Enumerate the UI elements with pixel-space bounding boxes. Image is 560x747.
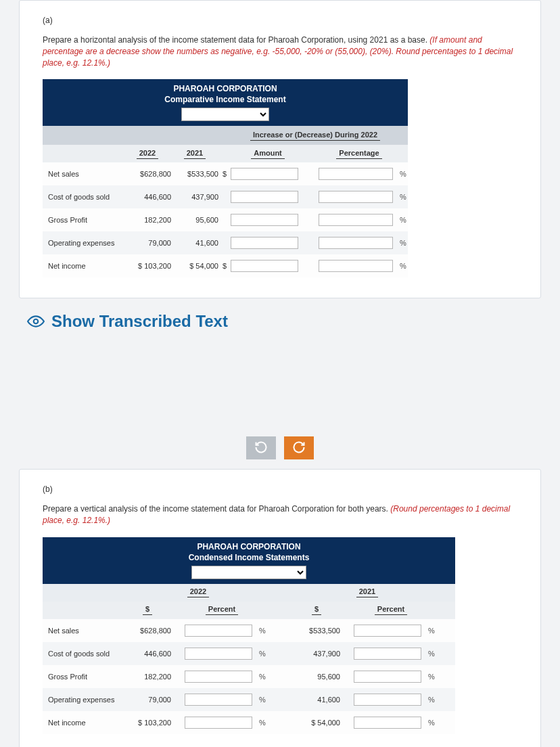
percent-input[interactable]	[319, 168, 393, 180]
percent-input[interactable]	[319, 214, 393, 226]
table-b-title1: PHAROAH CORPORATION	[197, 542, 300, 551]
refresh-ccw-button[interactable]	[246, 436, 276, 459]
percent-input-2021[interactable]	[354, 671, 421, 683]
row-v22: 182,200	[124, 673, 171, 681]
row-v21: $ 54,000	[171, 262, 218, 270]
row-v22: 446,600	[124, 650, 171, 658]
percent-input-2022[interactable]	[185, 671, 252, 683]
table-a-title1: PHAROAH CORPORATION	[173, 84, 277, 93]
row-v21: $ 54,000	[293, 719, 340, 727]
row-v21: 95,600	[171, 216, 218, 224]
row-v21: $533,500	[171, 170, 218, 178]
part-b-prompt: Prepare a vertical analysis of the incom…	[43, 503, 517, 526]
amount-input[interactable]	[231, 191, 298, 203]
percent-input-2021[interactable]	[354, 625, 421, 637]
merge-header: Increase or (Decrease) During 2022	[250, 131, 380, 141]
eye-icon	[27, 313, 45, 330]
table-b-header-row-1: 2022 2021	[43, 584, 455, 602]
year-select-b[interactable]	[191, 566, 306, 579]
row-label: Net sales	[43, 170, 124, 178]
percent-sign: %	[400, 170, 412, 178]
row-label: Gross Profit	[43, 216, 124, 224]
percent-sign: %	[428, 719, 442, 727]
row-label: Operating expenses	[43, 696, 124, 704]
show-transcribed-label: Show Transcribed Text	[51, 312, 228, 331]
percent-input-2022[interactable]	[185, 717, 252, 729]
percent-sign: %	[400, 193, 412, 201]
col-dollar-2022: $	[143, 605, 152, 615]
col-percent-a: Percentage	[336, 149, 381, 159]
table-row: Net income $ 103,200 $ 54,000 $ %	[43, 254, 408, 277]
table-a: PHAROAH CORPORATION Comparative Income S…	[43, 79, 408, 277]
amount-input[interactable]	[231, 168, 298, 180]
percent-input[interactable]	[319, 237, 393, 249]
row-v21: 437,900	[293, 650, 340, 658]
part-b-prompt-text: Prepare a vertical analysis of the incom…	[43, 504, 390, 514]
table-row: Gross Profit 182,200 % 95,600 %	[43, 665, 455, 688]
table-b-header-row-2: $ Percent $ Percent	[43, 602, 455, 619]
table-b-header: PHAROAH CORPORATION Condensed Income Sta…	[43, 537, 455, 584]
amount-input[interactable]	[231, 214, 298, 226]
refresh-cw-button[interactable]	[284, 436, 314, 459]
refresh-bar	[0, 423, 560, 469]
percent-input-2022[interactable]	[185, 625, 252, 637]
row-v21: 437,900	[171, 193, 218, 201]
table-b: PHAROAH CORPORATION Condensed Income Sta…	[43, 537, 455, 734]
percent-input[interactable]	[319, 191, 393, 203]
percent-sign: %	[259, 627, 273, 635]
percent-sign: %	[428, 650, 442, 658]
col-amount: Amount	[251, 149, 285, 159]
row-v21: 95,600	[293, 673, 340, 681]
col-2022-a: 2022	[137, 149, 158, 159]
table-row: Net sales $628,800 $533,500 $ %	[43, 162, 408, 185]
percent-input-2021[interactable]	[354, 694, 421, 706]
show-transcribed-text-button[interactable]: Show Transcribed Text	[0, 298, 560, 335]
dollar-sign: $	[218, 170, 231, 178]
row-v22: 79,000	[124, 239, 171, 247]
percent-sign: %	[428, 696, 442, 704]
part-a-prompt: Prepare a horizontal analysis of the inc…	[43, 35, 517, 68]
percent-sign: %	[259, 719, 273, 727]
row-label: Cost of goods sold	[43, 650, 124, 658]
percent-sign: %	[400, 239, 412, 247]
table-a-header-row-1: Increase or (Decrease) During 2022	[43, 126, 408, 145]
row-v21: $533,500	[293, 627, 340, 635]
svg-point-0	[34, 319, 39, 324]
year-select-a[interactable]	[181, 108, 269, 121]
table-a-title2: Comparative Income Statement	[43, 95, 408, 104]
row-label: Cost of goods sold	[43, 193, 124, 201]
row-v22: $628,800	[124, 627, 171, 635]
row-label: Net sales	[43, 627, 124, 635]
col-dollar-2021: $	[312, 605, 321, 615]
percent-sign: %	[259, 696, 273, 704]
row-label: Gross Profit	[43, 673, 124, 681]
col-percent-2021: Percent	[375, 605, 407, 615]
table-b-title2: Condensed Income Statements	[43, 553, 455, 562]
row-v22: 446,600	[124, 193, 171, 201]
amount-input[interactable]	[231, 260, 298, 272]
percent-input-2021[interactable]	[354, 717, 421, 729]
row-v22: $628,800	[124, 170, 171, 178]
table-row: Gross Profit 182,200 95,600 %	[43, 208, 408, 231]
part-a-prompt-text: Prepare a horizontal analysis of the inc…	[43, 35, 429, 45]
percent-sign: %	[428, 627, 442, 635]
refresh-ccw-icon	[254, 440, 268, 456]
table-row: Operating expenses 79,000 % 41,600 %	[43, 688, 455, 711]
table-row: Net sales $628,800 % $533,500 %	[43, 619, 455, 642]
percent-input-2021[interactable]	[354, 648, 421, 660]
percent-input[interactable]	[319, 260, 393, 272]
row-v21: 41,600	[293, 696, 340, 704]
table-row: Cost of goods sold 446,600 % 437,900 %	[43, 642, 455, 665]
amount-input[interactable]	[231, 237, 298, 249]
row-v22: 79,000	[124, 696, 171, 704]
row-v22: $ 103,200	[124, 262, 171, 270]
percent-input-2022[interactable]	[185, 694, 252, 706]
col-2021-b: 2021	[356, 587, 378, 597]
row-v22: $ 103,200	[124, 719, 171, 727]
table-a-header: PHAROAH CORPORATION Comparative Income S…	[43, 79, 408, 126]
percent-sign: %	[259, 673, 273, 681]
table-row: Cost of goods sold 446,600 437,900 %	[43, 185, 408, 208]
row-label: Operating expenses	[43, 239, 124, 247]
refresh-cw-icon	[292, 440, 306, 456]
percent-input-2022[interactable]	[185, 648, 252, 660]
